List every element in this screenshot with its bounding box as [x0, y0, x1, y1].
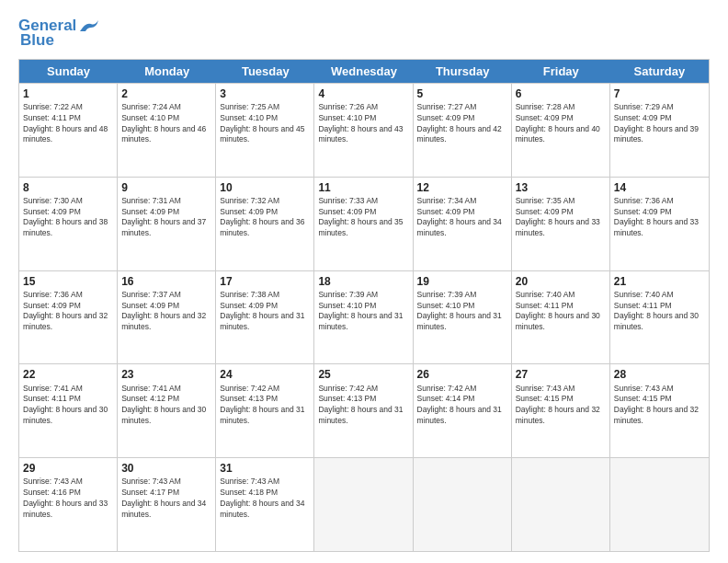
- calendar-cell-day-13: 13Sunrise: 7:35 AMSunset: 4:09 PMDayligh…: [512, 178, 610, 270]
- calendar-cell-day-4: 4Sunrise: 7:26 AMSunset: 4:10 PMDaylight…: [314, 84, 413, 177]
- calendar-cell-day-18: 18Sunrise: 7:39 AMSunset: 4:10 PMDayligh…: [314, 271, 413, 364]
- calendar-week-2: 8Sunrise: 7:30 AMSunset: 4:09 PMDaylight…: [19, 177, 709, 270]
- calendar-cell-empty: [414, 458, 512, 551]
- logo-bird-icon: [78, 18, 102, 35]
- cell-day-number: 19: [417, 274, 507, 289]
- cell-day-number: 7: [614, 86, 705, 101]
- cell-day-number: 11: [318, 180, 408, 195]
- day-header-friday: Friday: [512, 60, 610, 83]
- calendar-cell-day-26: 26Sunrise: 7:42 AMSunset: 4:14 PMDayligh…: [414, 364, 512, 457]
- calendar-header: SundayMondayTuesdayWednesdayThursdayFrid…: [19, 60, 709, 83]
- cell-info: Sunrise: 7:43 AMSunset: 4:18 PMDaylight:…: [220, 477, 310, 520]
- calendar-week-4: 22Sunrise: 7:41 AMSunset: 4:11 PMDayligh…: [19, 363, 709, 457]
- cell-info: Sunrise: 7:40 AMSunset: 4:11 PMDaylight:…: [614, 290, 705, 333]
- cell-day-number: 23: [121, 367, 211, 382]
- cell-info: Sunrise: 7:22 AMSunset: 4:11 PMDaylight:…: [23, 102, 113, 145]
- day-header-sunday: Sunday: [19, 60, 118, 83]
- logo-blue: Blue: [20, 31, 54, 50]
- cell-info: Sunrise: 7:31 AMSunset: 4:09 PMDaylight:…: [121, 196, 211, 239]
- calendar-cell-day-23: 23Sunrise: 7:41 AMSunset: 4:12 PMDayligh…: [118, 364, 216, 457]
- calendar-cell-empty: [314, 458, 413, 551]
- cell-info: Sunrise: 7:28 AMSunset: 4:09 PMDaylight:…: [516, 102, 606, 145]
- cell-info: Sunrise: 7:25 AMSunset: 4:10 PMDaylight:…: [220, 102, 310, 145]
- cell-info: Sunrise: 7:32 AMSunset: 4:09 PMDaylight:…: [220, 196, 310, 239]
- calendar-cell-day-30: 30Sunrise: 7:43 AMSunset: 4:17 PMDayligh…: [118, 458, 216, 551]
- calendar-cell-day-6: 6Sunrise: 7:28 AMSunset: 4:09 PMDaylight…: [512, 84, 610, 177]
- calendar-cell-day-14: 14Sunrise: 7:36 AMSunset: 4:09 PMDayligh…: [610, 178, 709, 270]
- cell-day-number: 17: [220, 274, 310, 289]
- calendar-cell-day-31: 31Sunrise: 7:43 AMSunset: 4:18 PMDayligh…: [216, 458, 314, 551]
- calendar-cell-day-1: 1Sunrise: 7:22 AMSunset: 4:11 PMDaylight…: [19, 84, 118, 177]
- calendar-cell-empty: [512, 458, 610, 551]
- calendar-cell-day-2: 2Sunrise: 7:24 AMSunset: 4:10 PMDaylight…: [118, 84, 216, 177]
- header: General Blue: [18, 17, 710, 50]
- calendar-cell-day-8: 8Sunrise: 7:30 AMSunset: 4:09 PMDaylight…: [19, 178, 118, 270]
- calendar-cell-day-9: 9Sunrise: 7:31 AMSunset: 4:09 PMDaylight…: [118, 178, 216, 270]
- cell-info: Sunrise: 7:41 AMSunset: 4:11 PMDaylight:…: [23, 384, 113, 427]
- cell-day-number: 20: [516, 274, 606, 289]
- calendar-cell-day-5: 5Sunrise: 7:27 AMSunset: 4:09 PMDaylight…: [414, 84, 512, 177]
- cell-day-number: 31: [220, 461, 310, 476]
- cell-info: Sunrise: 7:39 AMSunset: 4:10 PMDaylight:…: [318, 290, 408, 333]
- cell-info: Sunrise: 7:35 AMSunset: 4:09 PMDaylight:…: [516, 196, 606, 239]
- cell-info: Sunrise: 7:27 AMSunset: 4:09 PMDaylight:…: [417, 102, 507, 145]
- cell-day-number: 1: [23, 86, 113, 101]
- calendar-cell-day-7: 7Sunrise: 7:29 AMSunset: 4:09 PMDaylight…: [610, 84, 709, 177]
- calendar-cell-day-20: 20Sunrise: 7:40 AMSunset: 4:11 PMDayligh…: [512, 271, 610, 364]
- cell-info: Sunrise: 7:40 AMSunset: 4:11 PMDaylight:…: [516, 290, 606, 333]
- calendar: SundayMondayTuesdayWednesdayThursdayFrid…: [18, 59, 710, 552]
- cell-day-number: 6: [516, 86, 606, 101]
- cell-info: Sunrise: 7:39 AMSunset: 4:10 PMDaylight:…: [417, 290, 507, 333]
- cell-day-number: 3: [220, 86, 310, 101]
- cell-day-number: 26: [417, 367, 507, 382]
- day-header-monday: Monday: [118, 60, 216, 83]
- calendar-cell-day-22: 22Sunrise: 7:41 AMSunset: 4:11 PMDayligh…: [19, 364, 118, 457]
- cell-day-number: 21: [614, 274, 705, 289]
- cell-info: Sunrise: 7:36 AMSunset: 4:09 PMDaylight:…: [23, 290, 113, 333]
- cell-info: Sunrise: 7:34 AMSunset: 4:09 PMDaylight:…: [417, 196, 507, 239]
- cell-day-number: 24: [220, 367, 310, 382]
- cell-day-number: 5: [417, 86, 507, 101]
- cell-info: Sunrise: 7:43 AMSunset: 4:16 PMDaylight:…: [23, 477, 113, 520]
- calendar-cell-day-10: 10Sunrise: 7:32 AMSunset: 4:09 PMDayligh…: [216, 178, 314, 270]
- cell-day-number: 8: [23, 180, 113, 195]
- page: General Blue SundayMondayTuesdayWednesda…: [0, 0, 728, 563]
- cell-info: Sunrise: 7:30 AMSunset: 4:09 PMDaylight:…: [23, 196, 113, 239]
- cell-info: Sunrise: 7:42 AMSunset: 4:14 PMDaylight:…: [417, 384, 507, 427]
- day-header-saturday: Saturday: [610, 60, 709, 83]
- calendar-cell-day-11: 11Sunrise: 7:33 AMSunset: 4:09 PMDayligh…: [314, 178, 413, 270]
- calendar-cell-day-25: 25Sunrise: 7:42 AMSunset: 4:13 PMDayligh…: [314, 364, 413, 457]
- cell-info: Sunrise: 7:29 AMSunset: 4:09 PMDaylight:…: [614, 102, 705, 145]
- calendar-cell-empty: [610, 458, 709, 551]
- cell-info: Sunrise: 7:42 AMSunset: 4:13 PMDaylight:…: [318, 384, 408, 427]
- cell-info: Sunrise: 7:42 AMSunset: 4:13 PMDaylight:…: [220, 384, 310, 427]
- cell-day-number: 15: [23, 274, 113, 289]
- cell-day-number: 9: [121, 180, 211, 195]
- cell-day-number: 30: [121, 461, 211, 476]
- calendar-cell-day-28: 28Sunrise: 7:43 AMSunset: 4:15 PMDayligh…: [610, 364, 709, 457]
- cell-day-number: 14: [614, 180, 705, 195]
- cell-info: Sunrise: 7:33 AMSunset: 4:09 PMDaylight:…: [318, 196, 408, 239]
- cell-day-number: 12: [417, 180, 507, 195]
- day-header-wednesday: Wednesday: [314, 60, 413, 83]
- calendar-week-1: 1Sunrise: 7:22 AMSunset: 4:11 PMDaylight…: [19, 83, 709, 177]
- calendar-cell-day-24: 24Sunrise: 7:42 AMSunset: 4:13 PMDayligh…: [216, 364, 314, 457]
- cell-day-number: 13: [516, 180, 606, 195]
- calendar-cell-day-27: 27Sunrise: 7:43 AMSunset: 4:15 PMDayligh…: [512, 364, 610, 457]
- cell-day-number: 25: [318, 367, 408, 382]
- cell-info: Sunrise: 7:24 AMSunset: 4:10 PMDaylight:…: [121, 102, 211, 145]
- cell-day-number: 27: [516, 367, 606, 382]
- cell-info: Sunrise: 7:37 AMSunset: 4:09 PMDaylight:…: [121, 290, 211, 333]
- cell-day-number: 22: [23, 367, 113, 382]
- cell-info: Sunrise: 7:43 AMSunset: 4:15 PMDaylight:…: [614, 384, 705, 427]
- logo: General Blue: [18, 17, 102, 50]
- calendar-cell-day-15: 15Sunrise: 7:36 AMSunset: 4:09 PMDayligh…: [19, 271, 118, 364]
- calendar-cell-day-19: 19Sunrise: 7:39 AMSunset: 4:10 PMDayligh…: [414, 271, 512, 364]
- cell-day-number: 16: [121, 274, 211, 289]
- calendar-cell-day-3: 3Sunrise: 7:25 AMSunset: 4:10 PMDaylight…: [216, 84, 314, 177]
- cell-day-number: 4: [318, 86, 408, 101]
- day-header-tuesday: Tuesday: [216, 60, 314, 83]
- cell-info: Sunrise: 7:38 AMSunset: 4:09 PMDaylight:…: [220, 290, 310, 333]
- calendar-cell-day-17: 17Sunrise: 7:38 AMSunset: 4:09 PMDayligh…: [216, 271, 314, 364]
- cell-day-number: 28: [614, 367, 705, 382]
